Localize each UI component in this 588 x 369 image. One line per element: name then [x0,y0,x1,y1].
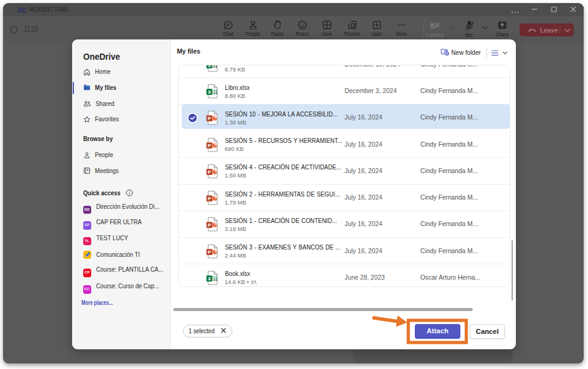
svg-text:P: P [208,143,211,148]
svg-text:X: X [208,89,211,95]
svg-text:P: P [208,222,211,228]
svg-text:P: P [208,196,211,201]
svg-text:P: P [208,116,211,122]
svg-text:X: X [208,65,211,68]
svg-text:X: X [208,276,211,282]
svg-text:P: P [208,249,211,255]
svg-text:T: T [20,8,23,12]
svg-text:P: P [208,169,211,175]
